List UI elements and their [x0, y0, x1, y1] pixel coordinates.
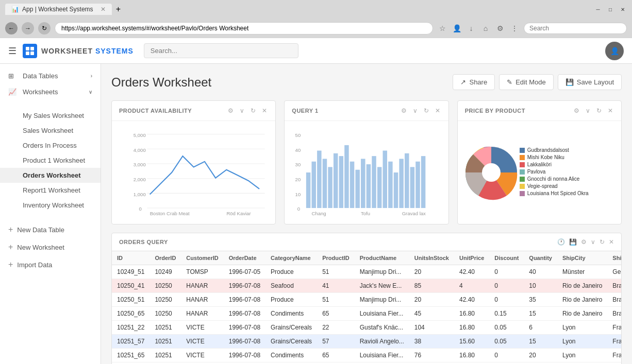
col-orderid: OrderID	[149, 251, 181, 265]
clock-button[interactable]: 🕐	[557, 238, 565, 246]
table-row[interactable]: 10250_4110250HANAR1996-07-08Seafood41Jac…	[112, 279, 621, 293]
settings-btn-3[interactable]: ⚙	[573, 106, 580, 115]
bookmark-icon[interactable]: ☆	[437, 23, 447, 33]
cell-shipcity: Lyon	[557, 335, 607, 349]
cell-orderid: 10251	[149, 321, 181, 335]
hamburger-menu[interactable]: ☰	[8, 45, 16, 57]
table-row[interactable]: 10252_2010252SUPRD1996-07-09Confections2…	[112, 362, 621, 365]
sidebar-item-product1[interactable]: Product 1 Worksheet	[0, 153, 101, 168]
cell-orderid: 10252	[149, 362, 181, 365]
user-avatar[interactable]: 👤	[605, 42, 624, 60]
col-unitprice: UnitPrice	[454, 251, 489, 265]
forward-button[interactable]: →	[22, 22, 34, 34]
sidebar-new-data-table[interactable]: + New Data Table	[0, 221, 101, 238]
cell-quantity: 20	[524, 349, 557, 362]
save-button[interactable]: 💾	[569, 238, 577, 246]
product-availability-title: PRODUCT AVAILABILITY	[119, 108, 227, 114]
maximize-button[interactable]: □	[606, 5, 614, 13]
address-input[interactable]	[55, 22, 433, 34]
cell-productname: Louisiana Fier...	[355, 349, 409, 362]
svg-text:40: 40	[295, 147, 301, 153]
query1-title: QUERY 1	[292, 108, 400, 114]
svg-rect-44	[416, 162, 420, 208]
collapse-btn-3[interactable]: ∨	[585, 106, 591, 115]
col-discount: Discount	[489, 251, 524, 265]
table-collapse-button[interactable]: ∨	[591, 238, 595, 246]
cell-shipcountry: France	[607, 349, 621, 362]
table-settings-button[interactable]: ⚙	[581, 238, 587, 246]
table-row[interactable]: 10251_5710251VICTE1996-07-08Grains/Cerea…	[112, 335, 621, 349]
browser-search-input[interactable]	[524, 23, 627, 34]
table-row[interactable]: 10249_5110249TOMSP1996-07-05Produce51Man…	[112, 265, 621, 279]
close-btn-2[interactable]: ✕	[434, 106, 441, 115]
refresh-button[interactable]: ↻	[38, 22, 51, 34]
refresh-btn-2[interactable]: ↻	[423, 106, 430, 115]
sidebar-item-orders-in-process[interactable]: Orders In Process	[0, 138, 101, 153]
back-button[interactable]: ←	[5, 22, 18, 34]
menu-icon[interactable]: ⋮	[509, 23, 520, 33]
cell-category: Grains/Cereals	[265, 335, 317, 349]
table-close-button[interactable]: ✕	[609, 238, 614, 246]
price-by-product-header: PRICE BY PRODUCT ⚙ ∨ ↻ ✕	[458, 101, 621, 121]
sidebar-item-worksheets[interactable]: 📈 Worksheets ∨	[0, 84, 101, 100]
app-header: ☰ WORKSHEET SYSTEMS 👤	[0, 38, 632, 64]
share-button[interactable]: ↗ Share	[453, 74, 495, 90]
table-row[interactable]: 10250_5110250HANAR1996-07-08Produce51Man…	[112, 293, 621, 307]
svg-rect-3	[30, 51, 34, 55]
cell-quantity: 10	[524, 279, 557, 293]
sidebar-item-report1[interactable]: Report1 Worksheet	[0, 183, 101, 198]
close-btn-3[interactable]: ✕	[607, 106, 614, 115]
minimize-button[interactable]: ─	[594, 5, 602, 13]
sidebar-new-worksheet[interactable]: + New Worksheet	[0, 238, 101, 256]
refresh-btn-3[interactable]: ↻	[595, 106, 603, 115]
table-row[interactable]: 10251_2210251VICTE1996-07-08Grains/Cerea…	[112, 321, 621, 335]
save-layout-button[interactable]: 💾 Save Layout	[558, 74, 622, 90]
svg-text:0: 0	[297, 206, 300, 212]
svg-rect-1	[30, 47, 34, 50]
edit-mode-button[interactable]: ✎ Edit Mode	[499, 74, 554, 90]
product-availability-widget: PRODUCT AVAILABILITY ⚙ ∨ ↻ ✕ 5,000 4,000	[111, 100, 276, 224]
sidebar-item-data-tables[interactable]: ⊞ Data Tables ›	[0, 68, 101, 84]
product-availability-header: PRODUCT AVAILABILITY ⚙ ∨ ↻ ✕	[112, 101, 275, 121]
new-tab-button[interactable]: +	[112, 4, 125, 15]
settings-icon[interactable]: ⚙	[495, 23, 505, 33]
table-toolbar-actions: 🕐 💾 ⚙ ∨ ↻ ✕	[557, 238, 614, 246]
table-row[interactable]: 10250_6510250HANAR1996-07-08Condiments65…	[112, 307, 621, 321]
app-search-input[interactable]	[144, 43, 298, 58]
pie-container: Gudbrandsdalsost Mishi Kobe Niku Lakkali…	[463, 126, 616, 219]
cell-category: Condiments	[265, 307, 317, 321]
cell-shipcountry: France	[607, 335, 621, 349]
sidebar-item-inventory[interactable]: Inventory Worksheet	[0, 198, 101, 213]
table-body: 10249_5110249TOMSP1996-07-05Produce51Man…	[112, 265, 621, 365]
close-button[interactable]: ✕	[619, 5, 627, 13]
cell-quantity: 35	[524, 293, 557, 307]
browser-tab[interactable]: 📊 App | Worksheet Systems ✕	[5, 4, 112, 15]
price-by-product-widget: PRICE BY PRODUCT ⚙ ∨ ↻ ✕	[457, 100, 622, 224]
legend-color-5	[520, 177, 525, 182]
svg-text:Boston Crab Meat: Boston Crab Meat	[150, 211, 190, 216]
sidebar-item-my-sales[interactable]: My Sales Worksheet	[0, 108, 101, 123]
cell-discount: 0	[489, 349, 524, 362]
col-quantity: Quantity	[524, 251, 557, 265]
settings-btn-1[interactable]: ⚙	[227, 106, 235, 115]
legend-label-6: Vegie-spread	[527, 183, 558, 189]
table-refresh-button[interactable]: ↻	[600, 238, 605, 246]
tab-close-icon[interactable]: ✕	[101, 6, 106, 13]
user-icon[interactable]: 👤	[452, 23, 462, 33]
cell-discount: 0.05	[489, 321, 524, 335]
home-icon[interactable]: ⌂	[480, 23, 491, 33]
table-row[interactable]: 10251_6510251VICTE1996-07-08Condiments65…	[112, 349, 621, 362]
sidebar-item-sales[interactable]: Sales Worksheet	[0, 123, 101, 138]
collapse-btn-2[interactable]: ∨	[412, 106, 419, 115]
download-icon[interactable]: ↓	[466, 23, 476, 33]
svg-text:2,000: 2,000	[134, 177, 146, 182]
collapse-btn-1[interactable]: ∨	[239, 106, 245, 115]
legend-item-4: Pavlova	[520, 169, 589, 175]
sidebar-item-orders[interactable]: Orders Worksheet	[0, 168, 101, 183]
plus-icon: +	[8, 225, 13, 234]
cell-discount: 0.05	[489, 362, 524, 365]
sidebar-import-data[interactable]: + Import Data	[0, 256, 101, 273]
close-btn-1[interactable]: ✕	[261, 106, 268, 115]
refresh-btn-1[interactable]: ↻	[250, 106, 257, 115]
settings-btn-2[interactable]: ⚙	[400, 106, 408, 115]
